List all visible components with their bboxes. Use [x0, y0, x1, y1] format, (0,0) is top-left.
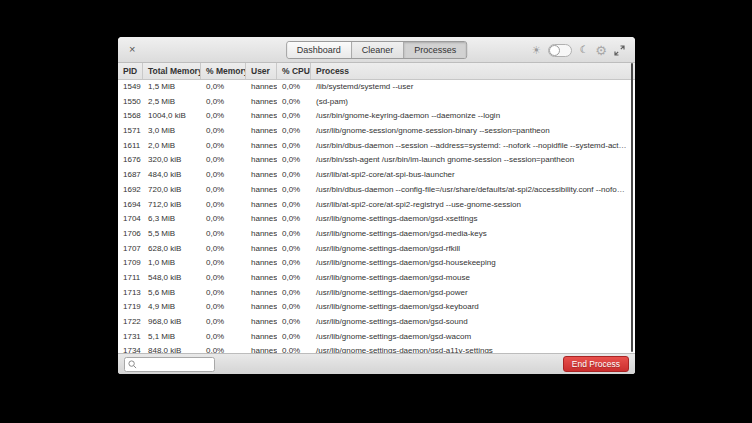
- cell-cpu-percent: 0,0%: [277, 330, 311, 345]
- cell-total-memory: 6,3 MiB: [143, 212, 201, 227]
- cell-process: /usr/lib/gnome-settings-daemon/gsd-a11y-…: [311, 344, 635, 353]
- cell-pid: 1694: [118, 198, 143, 213]
- cell-user: hannes: [246, 344, 277, 353]
- settings-gear-button[interactable]: ⚙: [595, 44, 607, 57]
- cell-mem-percent: 0,0%: [201, 242, 246, 257]
- cell-user: hannes: [246, 139, 277, 154]
- table-row[interactable]: 1713 5,6 MiB 0,0% hannes 0,0% /usr/lib/g…: [118, 286, 635, 301]
- table-row[interactable]: 1550 2,5 MiB 0,0% hannes 0,0% (sd-pam): [118, 95, 635, 110]
- cell-cpu-percent: 0,0%: [277, 271, 311, 286]
- tab-processes[interactable]: Processes: [404, 42, 466, 58]
- theme-toggle-switch[interactable]: [548, 44, 572, 57]
- table-row[interactable]: 1704 6,3 MiB 0,0% hannes 0,0% /usr/lib/g…: [118, 212, 635, 227]
- cell-mem-percent: 0,0%: [201, 109, 246, 124]
- cell-process: /usr/lib/gnome-session/gnome-session-bin…: [311, 124, 635, 139]
- sun-icon: ☀: [532, 45, 542, 56]
- cell-cpu-percent: 0,0%: [277, 124, 311, 139]
- table-row[interactable]: 1568 1004,0 kiB 0,0% hannes 0,0% /usr/bi…: [118, 109, 635, 124]
- table-row[interactable]: 1722 968,0 kiB 0,0% hannes 0,0% /usr/lib…: [118, 315, 635, 330]
- table-row[interactable]: 1734 848,0 kiB 0,0% hannes 0,0% /usr/lib…: [118, 344, 635, 353]
- cell-cpu-percent: 0,0%: [277, 168, 311, 183]
- cell-cpu-percent: 0,0%: [277, 198, 311, 213]
- cell-mem-percent: 0,0%: [201, 300, 246, 315]
- cell-mem-percent: 0,0%: [201, 330, 246, 345]
- cell-pid: 1706: [118, 227, 143, 242]
- column-header-pid[interactable]: PID: [118, 63, 143, 79]
- table-row[interactable]: 1711 548,0 kiB 0,0% hannes 0,0% /usr/lib…: [118, 271, 635, 286]
- cell-mem-percent: 0,0%: [201, 256, 246, 271]
- tab-dashboard[interactable]: Dashboard: [287, 42, 352, 58]
- cell-total-memory: 3,0 MiB: [143, 124, 201, 139]
- cell-pid: 1611: [118, 139, 143, 154]
- table-row[interactable]: 1549 1,5 MiB 0,0% hannes 0,0% /lib/syste…: [118, 80, 635, 95]
- cell-cpu-percent: 0,0%: [277, 139, 311, 154]
- cell-total-memory: 2,5 MiB: [143, 95, 201, 110]
- cell-mem-percent: 0,0%: [201, 183, 246, 198]
- cell-user: hannes: [246, 286, 277, 301]
- cell-cpu-percent: 0,0%: [277, 286, 311, 301]
- cell-user: hannes: [246, 212, 277, 227]
- table-row[interactable]: 1709 1,0 MiB 0,0% hannes 0,0% /usr/lib/g…: [118, 256, 635, 271]
- action-bar: End Process: [118, 353, 635, 374]
- cell-pid: 1711: [118, 271, 143, 286]
- column-header-mem-percent[interactable]: % Memory: [201, 63, 246, 79]
- cell-mem-percent: 0,0%: [201, 315, 246, 330]
- table-row[interactable]: 1719 4,9 MiB 0,0% hannes 0,0% /usr/lib/g…: [118, 300, 635, 315]
- cell-mem-percent: 0,0%: [201, 344, 246, 353]
- cell-user: hannes: [246, 80, 277, 95]
- cell-cpu-percent: 0,0%: [277, 227, 311, 242]
- monitor-app-window: × Dashboard Cleaner Processes ☀ ☾ ⚙: [118, 37, 635, 374]
- cell-process: /usr/bin/dbus-daemon --config-file=/usr/…: [311, 183, 635, 198]
- cell-pid: 1719: [118, 300, 143, 315]
- table-row[interactable]: 1706 5,5 MiB 0,0% hannes 0,0% /usr/lib/g…: [118, 227, 635, 242]
- table-row[interactable]: 1676 320,0 kiB 0,0% hannes 0,0% /usr/bin…: [118, 153, 635, 168]
- cell-cpu-percent: 0,0%: [277, 212, 311, 227]
- table-row[interactable]: 1687 484,0 kiB 0,0% hannes 0,0% /usr/lib…: [118, 168, 635, 183]
- window-close-button[interactable]: ×: [129, 44, 135, 55]
- cell-pid: 1687: [118, 168, 143, 183]
- cell-user: hannes: [246, 153, 277, 168]
- cell-user: hannes: [246, 300, 277, 315]
- column-header-total-memory[interactable]: Total Memory: [143, 63, 201, 79]
- process-table-body: 1549 1,5 MiB 0,0% hannes 0,0% /lib/syste…: [118, 80, 635, 353]
- cell-process: /lib/systemd/systemd --user: [311, 80, 635, 95]
- cell-pid: 1676: [118, 153, 143, 168]
- cell-total-memory: 548,0 kiB: [143, 271, 201, 286]
- process-search-field[interactable]: [124, 357, 215, 372]
- cell-cpu-percent: 0,0%: [277, 344, 311, 353]
- table-row[interactable]: 1707 628,0 kiB 0,0% hannes 0,0% /usr/lib…: [118, 242, 635, 257]
- table-row[interactable]: 1571 3,0 MiB 0,0% hannes 0,0% /usr/lib/g…: [118, 124, 635, 139]
- vertical-scrollbar[interactable]: [631, 63, 633, 352]
- cell-process: /usr/lib/gnome-settings-daemon/gsd-sound: [311, 315, 635, 330]
- end-process-button[interactable]: End Process: [563, 356, 629, 372]
- headerbar-actions: ☀ ☾ ⚙: [532, 37, 626, 63]
- column-header-process[interactable]: Process: [311, 63, 635, 79]
- view-mode-switcher: Dashboard Cleaner Processes: [286, 41, 468, 59]
- cell-mem-percent: 0,0%: [201, 80, 246, 95]
- tab-cleaner[interactable]: Cleaner: [352, 42, 405, 58]
- cell-pid: 1550: [118, 95, 143, 110]
- table-row[interactable]: 1731 5,1 MiB 0,0% hannes 0,0% /usr/lib/g…: [118, 330, 635, 345]
- cell-total-memory: 1,0 MiB: [143, 256, 201, 271]
- table-row[interactable]: 1611 2,0 MiB 0,0% hannes 0,0% /usr/bin/d…: [118, 139, 635, 154]
- column-header-cpu-percent[interactable]: % CPU: [277, 63, 311, 79]
- fullscreen-expand-button[interactable]: [614, 45, 625, 56]
- table-row[interactable]: 1692 720,0 kiB 0,0% hannes 0,0% /usr/bin…: [118, 183, 635, 198]
- cell-total-memory: 5,6 MiB: [143, 286, 201, 301]
- cell-mem-percent: 0,0%: [201, 286, 246, 301]
- cell-total-memory: 320,0 kiB: [143, 153, 201, 168]
- cell-total-memory: 712,0 kiB: [143, 198, 201, 213]
- search-input[interactable]: [140, 360, 210, 369]
- cell-cpu-percent: 0,0%: [277, 242, 311, 257]
- cell-total-memory: 5,5 MiB: [143, 227, 201, 242]
- cell-cpu-percent: 0,0%: [277, 183, 311, 198]
- cell-cpu-percent: 0,0%: [277, 300, 311, 315]
- cell-mem-percent: 0,0%: [201, 271, 246, 286]
- cell-total-memory: 848,0 kiB: [143, 344, 201, 353]
- cell-user: hannes: [246, 330, 277, 345]
- cell-user: hannes: [246, 271, 277, 286]
- column-header-user[interactable]: User: [246, 63, 277, 79]
- moon-icon: ☾: [579, 45, 588, 55]
- table-row[interactable]: 1694 712,0 kiB 0,0% hannes 0,0% /usr/lib…: [118, 198, 635, 213]
- search-icon: [128, 360, 137, 369]
